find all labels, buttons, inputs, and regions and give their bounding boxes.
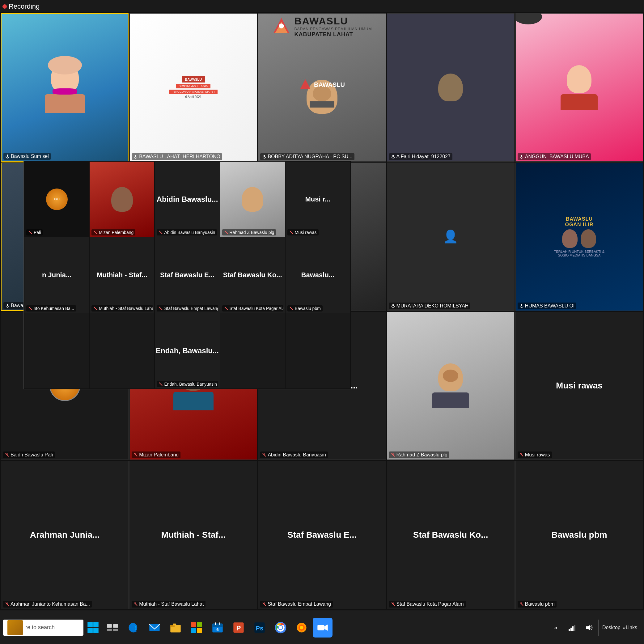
svg-line-44 — [29, 231, 32, 234]
participant-cell-bawaslu-sumsel-1: Bawaslu Sum sel — [1, 13, 129, 162]
recording-indicator: Recording — [2, 2, 40, 11]
windows-start-button[interactable] — [85, 619, 101, 636]
participant-display-text-musirawas: Musi rawas — [553, 378, 606, 394]
svg-rect-10 — [392, 155, 394, 157]
participant-name-bawaslu-sumsel-1: Bawaslu Sum sel — [3, 153, 51, 160]
search-bar[interactable]: re to search — [3, 620, 83, 636]
svg-rect-87 — [317, 625, 324, 630]
svg-rect-33 — [521, 453, 522, 455]
svg-rect-27 — [135, 453, 136, 455]
popup-cell-abidin2: Abidin Bawaslu... Abidin Bawaslu Banyuas… — [155, 162, 219, 237]
participant-cell-rahmad: Rahmad Z Bawaslu plg — [387, 312, 515, 460]
svg-rect-37 — [135, 602, 136, 604]
svg-rect-68 — [197, 622, 202, 627]
popup-cell-muthiah2: Muthiah - Staf... Muthiah - Staf Bawaslu… — [90, 237, 154, 312]
participant-name-abidin: Abidin Bawaslu Banyuasin — [260, 451, 328, 458]
chrome-icon[interactable] — [271, 618, 290, 638]
svg-marker-88 — [324, 625, 328, 631]
tray-network[interactable] — [565, 620, 580, 635]
popup-name-pbm2: Bawaslu pbm — [287, 305, 323, 311]
desktop-button[interactable]: Desktop » Links — [598, 620, 641, 636]
svg-rect-73 — [215, 622, 216, 625]
svg-rect-57 — [87, 628, 93, 633]
zoom-participant-popup: PALI Pali Mizan Palembang Abidin Bawaslu… — [23, 161, 351, 389]
svg-rect-58 — [93, 628, 99, 633]
popup-name-rahmad2: Rahmad Z Bawaslu plg — [222, 229, 276, 235]
participant-cell-humas: BAWASLUOGAN ILIR TERLAHIR UNTUK BERBAKTI… — [515, 163, 643, 311]
svg-rect-74 — [219, 622, 220, 625]
participant-name-rahmad: Rahmad Z Bawaslu plg — [389, 451, 449, 458]
participant-cell-muratara: 👤 MURATARA DEKO ROMILSYAH — [387, 163, 515, 311]
svg-rect-89 — [569, 629, 570, 631]
popup-cell-rahmad2: Rahmad Z Bawaslu plg — [220, 162, 285, 237]
firefox-icon[interactable] — [292, 618, 311, 638]
participant-cell-staf-kota: Staf Bawaslu Ko... Staf Bawaslu Kota Pag… — [387, 461, 515, 609]
svg-rect-3 — [7, 155, 8, 157]
svg-rect-67 — [191, 622, 196, 627]
store-icon[interactable] — [187, 618, 206, 638]
svg-rect-12 — [521, 155, 522, 157]
popup-cell-pbm2: Bawaslu... Bawaslu pbm — [286, 237, 350, 312]
svg-rect-59 — [107, 624, 112, 627]
svg-line-46 — [159, 231, 162, 234]
svg-rect-66 — [173, 623, 176, 625]
participant-name-bawaslu-lahat-heri: BAWASLU LAHAT_HERI HARTONO — [132, 153, 222, 160]
task-view-button[interactable] — [103, 618, 122, 638]
participant-cell-arahman: Arahman Junia... Arahman Junianto Kehuma… — [1, 461, 129, 609]
svg-rect-55 — [87, 622, 93, 627]
svg-rect-62 — [113, 629, 118, 631]
popup-name-arahman2: nto Kehumasan Ba... — [26, 305, 76, 311]
search-placeholder-text: re to search — [25, 624, 55, 631]
file-explorer-icon[interactable] — [166, 618, 185, 638]
popup-cell-empty1 — [24, 313, 89, 388]
participant-cell-anggun: ANGGUN_BAWASLU MUBA — [515, 13, 643, 162]
svg-line-49 — [29, 307, 32, 310]
tray-volume[interactable] — [582, 620, 596, 635]
photoshop-icon[interactable]: Ps — [250, 618, 269, 638]
participant-name-mizan: Mizan Palembang — [132, 451, 180, 458]
participant-cell-bawaslu-lahat-heri: BAWASLU BIMBINGAN TEKNIS PENGGUNAAN APLI… — [129, 13, 257, 162]
participant-name-baldri: Baldri Bawaslu Pali — [3, 451, 55, 458]
svg-line-54 — [159, 383, 162, 386]
powerpoint-icon[interactable]: P — [229, 618, 248, 638]
popup-name-staf-empat2: Staf Bawaslu Empat Lawang — [157, 305, 218, 311]
svg-line-50 — [94, 307, 97, 310]
svg-rect-70 — [197, 628, 202, 633]
participant-cell-bawaslu-pbm: Bawaslu pbm Bawaslu pbm — [515, 461, 643, 609]
participant-name-bobby: BOBBY ADITYA NUGRAHA - PC SU... — [260, 153, 354, 160]
popup-cell-endah: Endah, Bawaslu... Endah, Bawaslu Banyuas… — [155, 313, 219, 388]
participant-name-musirawas: Musi rawas — [518, 451, 552, 458]
popup-cell-mizan2: Mizan Palembang — [90, 162, 154, 237]
popup-name-mizan2: Mizan Palembang — [91, 229, 135, 235]
recording-label: Recording — [9, 2, 40, 11]
calendar-icon[interactable]: 6 — [208, 618, 227, 638]
edge-icon[interactable] — [124, 618, 143, 638]
svg-text:6: 6 — [216, 627, 218, 632]
participant-video-bawaslu-sumsel-1 — [45, 62, 85, 113]
svg-rect-39 — [264, 602, 265, 604]
svg-rect-5 — [135, 155, 136, 157]
popup-cell-pali: PALI Pali — [24, 162, 89, 237]
participant-name-humas: HUMAS BAWASLU OI — [518, 303, 577, 309]
popup-cell-empty4 — [286, 313, 350, 388]
svg-rect-43 — [521, 602, 522, 604]
snack-thumbnail — [7, 620, 23, 635]
popup-cell-empty3 — [220, 313, 285, 388]
mail-icon[interactable] — [145, 618, 164, 638]
svg-line-53 — [290, 307, 293, 310]
svg-text:P: P — [236, 624, 241, 632]
svg-rect-90 — [570, 628, 572, 631]
participant-name-fajri: A Fajri Hidayat_9122027 — [389, 153, 452, 160]
participant-name-staf-kota: Staf Bawaslu Kota Pagar Alam — [389, 601, 466, 608]
popup-name-endah: Endah, Bawaslu Banyuasin — [157, 381, 218, 387]
svg-line-51 — [159, 307, 162, 310]
participant-name-muratara: MURATARA DEKO ROMILSYAH — [389, 303, 471, 309]
participant-cell-muthiah: Muthiah - Staf... Muthiah - Staf Bawaslu… — [129, 461, 257, 609]
popup-name-abidin2: Abidin Bawaslu Banyuasin — [157, 229, 217, 235]
popup-name-staf-kota2: Staf Bawaslu Kota Pagar Alam — [222, 305, 284, 311]
zoom-icon[interactable] — [313, 618, 333, 638]
popup-name-muthiah2: Muthiah - Staf Bawaslu Lahat — [91, 305, 153, 311]
svg-rect-8 — [264, 155, 265, 157]
tray-show-more[interactable]: » — [548, 620, 563, 635]
participant-name-staf-empat: Staf Bawaslu Empat Lawang — [260, 601, 333, 608]
